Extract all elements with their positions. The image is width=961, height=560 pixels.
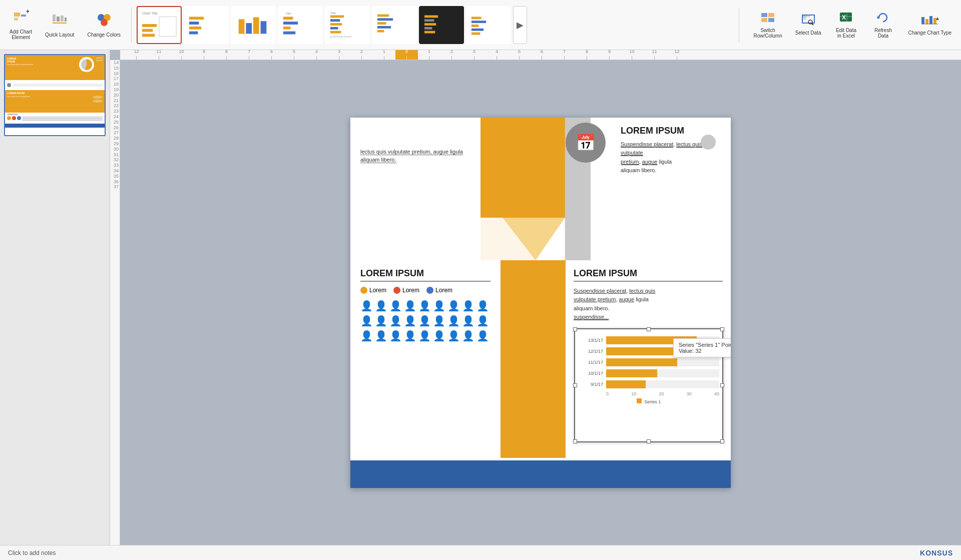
- svg-rect-33: [330, 19, 340, 22]
- chart-legend-dot: [637, 398, 642, 403]
- person-icon-inactive: 👤: [476, 330, 489, 342]
- svg-rect-54: [768, 13, 774, 17]
- chart-layouts-strip: Chart Title: [137, 6, 733, 44]
- bar-track: [606, 336, 719, 344]
- svg-rect-60: [806, 15, 810, 18]
- svg-rect-42: [377, 30, 384, 32]
- select-data-icon: [801, 14, 815, 29]
- legend-label-2: Lorem: [402, 287, 419, 294]
- bar-chart-container[interactable]: 13/1/17 12/1/17: [574, 328, 724, 443]
- svg-rect-13: [142, 24, 157, 27]
- chart-series-legend: Series 1: [578, 398, 719, 404]
- chart-layout-6[interactable]: [372, 6, 417, 44]
- slide-top-right: 📅 LOREM IPSUM Suspendisse placerat, lect…: [591, 118, 731, 260]
- quick-layout-button[interactable]: Quick Layout: [40, 9, 80, 41]
- svg-rect-4: [53, 15, 56, 22]
- slide-page[interactable]: lectus quis vulputate pretium, augue lig…: [350, 118, 731, 488]
- chart-layout-8[interactable]: [466, 6, 511, 44]
- svg-point-11: [101, 19, 108, 26]
- chart-layout-5[interactable]: Title ■ Series1 ■ Series2: [325, 6, 370, 44]
- bar-row-5: 9/1/17: [578, 380, 719, 388]
- svg-rect-15: [142, 34, 155, 37]
- person-icon-inactive: 👤: [462, 330, 474, 342]
- quick-layout-label: Quick Layout: [45, 32, 74, 38]
- svg-rect-49: [471, 21, 486, 23]
- svg-rect-26: [283, 17, 293, 20]
- svg-rect-56: [768, 18, 774, 22]
- bar-fill: [606, 369, 657, 377]
- chart-layout-4[interactable]: Title: [278, 6, 323, 44]
- chart-layouts-more-button[interactable]: ▶: [513, 6, 527, 44]
- person-icon-inactive: 👤: [447, 315, 460, 327]
- resize-handle-ml[interactable]: [573, 383, 577, 387]
- legend-label-3: Lorem: [435, 287, 452, 294]
- svg-rect-32: [330, 15, 344, 18]
- svg-rect-16: [159, 17, 176, 36]
- svg-rect-68: [925, 19, 928, 24]
- legend-dot-2: [393, 287, 400, 294]
- slide-canvas: lectus quis vulputate pretium, augue lig…: [120, 60, 961, 545]
- resize-handle-tl[interactable]: [573, 327, 577, 331]
- resize-handle-tr[interactable]: [720, 327, 724, 331]
- slide-thumbnail-1[interactable]: 1 LOREMIPSUM Lorem ipsum dolor sit amet …: [4, 54, 106, 136]
- bar-label: 13/1/17: [578, 338, 603, 343]
- funnel-gold-bottom: [501, 260, 566, 458]
- slide-panel: 1 LOREMIPSUM Lorem ipsum dolor sit amet …: [0, 50, 110, 545]
- person-icon-inactive: 👤: [433, 315, 445, 327]
- bar-row-3: 11/1/17: [578, 358, 719, 366]
- refresh-data-button[interactable]: RefreshData: [865, 8, 900, 42]
- edit-data-excel-icon: X: [839, 12, 853, 27]
- slide-thumb-content: LOREMIPSUM Lorem ipsum dolor sit amet co…: [5, 55, 105, 135]
- resize-handle-tc[interactable]: [647, 327, 651, 331]
- chart-layout-2[interactable]: [184, 6, 229, 44]
- edit-data-excel-label: Edit Datain Excel: [836, 28, 856, 39]
- bar-label: 11/1/17: [578, 360, 603, 365]
- svg-text:+: +: [26, 10, 29, 15]
- resize-handle-br[interactable]: [720, 439, 724, 443]
- svg-rect-36: [330, 31, 341, 33]
- people-row-3: 👤 👤 👤 👤 👤 👤 👤 👤 👤: [360, 330, 491, 342]
- bar-track: [606, 380, 719, 388]
- svg-rect-59: [802, 18, 806, 20]
- toolbar: + Add ChartElement Quick Layout Chan: [0, 0, 961, 50]
- svg-rect-8: [53, 23, 67, 24]
- chart-layout-3[interactable]: [231, 6, 276, 44]
- person-icon-inactive: 👤: [476, 315, 489, 327]
- svg-rect-45: [424, 23, 436, 26]
- chart-layout-1[interactable]: Chart Title: [137, 6, 182, 44]
- svg-rect-38: [377, 14, 389, 17]
- konsus-brand: KONSUS: [920, 549, 953, 557]
- svg-rect-7: [65, 18, 67, 22]
- svg-rect-50: [471, 25, 479, 27]
- chart-series-label: Series 1: [644, 399, 661, 404]
- chart-x-axis: 0 10 20 30 40: [578, 391, 719, 396]
- change-colors-label: Change Colors: [87, 32, 121, 38]
- slide-bottom-bar: [350, 460, 731, 488]
- person-icon-inactive: 👤: [462, 315, 474, 327]
- add-chart-element-button[interactable]: + Add ChartElement: [4, 6, 38, 44]
- person-icon: 👤: [404, 300, 416, 312]
- resize-handle-mr[interactable]: [720, 383, 724, 387]
- select-data-button[interactable]: Select Data: [790, 11, 827, 39]
- svg-rect-51: [471, 28, 484, 31]
- person-icon-inactive: 👤: [418, 330, 431, 342]
- switch-row-col-button[interactable]: SwitchRow/Column: [748, 8, 788, 42]
- edit-data-excel-button[interactable]: X Edit Datain Excel: [828, 8, 863, 42]
- resize-handle-bl[interactable]: [573, 439, 577, 443]
- editor-area: 12 11 10 9 8 7 6 5 4 3 2 1 0 1 2 3 4 5 6…: [110, 50, 961, 545]
- resize-handle-bc[interactable]: [647, 439, 651, 443]
- change-chart-type-button[interactable]: Change Chart Type: [902, 11, 957, 39]
- change-colors-button[interactable]: Change Colors: [82, 9, 126, 41]
- add-chart-element-label: Add ChartElement: [10, 29, 32, 40]
- svg-rect-28: [283, 26, 291, 29]
- chart-layout-7[interactable]: [419, 6, 464, 44]
- svg-rect-18: [189, 22, 199, 25]
- slide-top-section: lectus quis vulputate pretium, augue lig…: [350, 118, 731, 260]
- slide-bottom-section: LOREM IPSUM Lorem Lorem: [350, 260, 731, 458]
- legend-label-1: Lorem: [369, 287, 386, 294]
- notes-hint[interactable]: Click to add notes: [8, 549, 56, 556]
- svg-text:X: X: [842, 14, 846, 21]
- person-icon-inactive: 👤: [389, 315, 402, 327]
- svg-rect-74: [480, 118, 565, 218]
- svg-rect-39: [377, 18, 393, 21]
